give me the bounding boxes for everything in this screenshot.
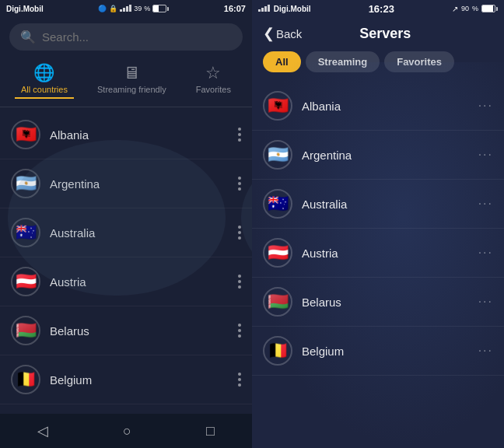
bottom-nav-left: ◁ ○ □: [0, 414, 252, 448]
tabs-left: 🌐 All countries 🖥 Streaming friendly ☆ F…: [0, 57, 252, 107]
lock-icon: 🔒: [109, 5, 117, 12]
flag-icon: 🇦🇱: [11, 120, 40, 149]
right-header: ❮ Back Servers: [252, 17, 504, 48]
list-item[interactable]: 🇦🇷 Argentina: [0, 159, 252, 208]
search-bar[interactable]: 🔍: [9, 23, 243, 51]
more-options-button[interactable]: [238, 128, 241, 142]
flag-icon: 🇧🇪: [263, 336, 292, 366]
list-item[interactable]: 🇧🇪 Belgium: [0, 355, 252, 404]
home-nav-icon[interactable]: ○: [123, 423, 131, 439]
flag-icon: 🇧🇪: [11, 365, 40, 394]
bluetooth-icon: 🔵: [98, 5, 107, 12]
monitor-icon: 🖥: [123, 65, 140, 82]
table-row[interactable]: 🇧🇪 Belgium ···: [252, 327, 504, 376]
list-item[interactable]: 🇧🇾 Belarus: [0, 306, 252, 355]
flag-icon: 🇧🇾: [263, 287, 292, 317]
right-panel: Digi.Mobil 16:23 ↗ 90 % ❮ Back Servers A…: [252, 0, 504, 448]
tab-favorites-label: Favorites: [196, 85, 231, 94]
status-icons-right: ↗ 90 %: [452, 5, 498, 13]
more-options-button[interactable]: [238, 324, 241, 338]
search-input[interactable]: [42, 30, 232, 44]
chevron-left-icon: ❮: [263, 25, 275, 42]
star-icon: ☆: [205, 65, 221, 82]
table-row[interactable]: 🇦🇷 Argentina ···: [252, 131, 504, 180]
server-country-name: Argentina: [302, 149, 469, 162]
status-icons-left: 🔵 🔒 39 %: [98, 5, 169, 13]
filter-favorites[interactable]: Favorites: [384, 51, 454, 72]
more-options-button[interactable]: ···: [478, 148, 493, 162]
table-row[interactable]: 🇦🇺 Australia ···: [252, 180, 504, 229]
battery-pct-right: 90: [461, 5, 469, 12]
battery-icon-left: [152, 5, 169, 12]
table-row[interactable]: 🇦🇹 Austria ···: [252, 229, 504, 278]
carrier-right: Digi.Mobil: [258, 5, 311, 13]
location-icon: ↗: [452, 5, 458, 13]
battery-pct-left: 39: [134, 5, 142, 12]
flag-icon: 🇦🇹: [263, 238, 292, 268]
recents-nav-icon[interactable]: □: [206, 423, 215, 439]
more-options-button[interactable]: [238, 177, 241, 191]
country-name: Australia: [50, 226, 229, 240]
flag-icon: 🇦🇱: [263, 91, 292, 121]
battery-icon-right: [481, 5, 498, 12]
list-item[interactable]: 🇦🇱 Albania: [0, 110, 252, 159]
list-item[interactable]: 🇦🇹 Austria: [0, 257, 252, 306]
more-options-button[interactable]: ···: [478, 344, 493, 358]
country-name: Austria: [50, 275, 229, 289]
table-row[interactable]: 🇧🇾 Belarus ···: [252, 278, 504, 327]
country-name: Albania: [50, 128, 229, 142]
tab-favorites-left[interactable]: ☆ Favorites: [190, 61, 237, 99]
server-list: 🇦🇱 Albania ··· 🇦🇷 Argentina ··· 🇦🇺 Austr…: [252, 82, 504, 448]
time-left: 16:07: [224, 4, 246, 13]
tab-streaming-friendly[interactable]: 🖥 Streaming friendly: [91, 61, 173, 99]
country-name: Argentina: [50, 177, 229, 191]
time-right: 16:23: [369, 3, 394, 15]
server-country-name: Belarus: [302, 296, 469, 309]
more-options-button[interactable]: ···: [478, 197, 493, 211]
server-country-name: Belgium: [302, 345, 469, 358]
filter-tabs: All Streaming Favorites: [252, 48, 504, 82]
list-item[interactable]: 🇦🇺 Australia: [0, 208, 252, 257]
filter-streaming[interactable]: Streaming: [306, 51, 380, 72]
back-label: Back: [276, 27, 302, 40]
carrier-left: Digi.Mobil: [6, 5, 44, 13]
more-options-button[interactable]: [238, 275, 241, 289]
status-bar-right: Digi.Mobil 16:23 ↗ 90 %: [252, 0, 504, 17]
globe-icon: 🌐: [33, 65, 54, 82]
left-panel: Digi.Mobil 🔵 🔒 39 % 16:07 🔍: [0, 0, 252, 448]
status-bar-left: Digi.Mobil 🔵 🔒 39 % 16:07: [0, 0, 252, 17]
filter-all[interactable]: All: [263, 51, 301, 72]
signal-left: [120, 5, 131, 13]
more-options-button[interactable]: ···: [478, 99, 493, 113]
more-options-button[interactable]: ···: [478, 246, 493, 260]
country-list: 🇦🇱 Albania 🇦🇷 Argentina 🇦🇺 Australia 🇦🇹 …: [0, 107, 252, 414]
flag-icon: 🇦🇺: [11, 218, 40, 247]
more-options-button[interactable]: [238, 226, 241, 240]
table-row[interactable]: 🇦🇱 Albania ···: [252, 82, 504, 131]
country-name: Belgium: [50, 373, 229, 387]
more-options-button[interactable]: ···: [478, 295, 493, 309]
back-button[interactable]: ❮ Back: [263, 25, 302, 42]
search-icon: 🔍: [20, 30, 36, 44]
flag-icon: 🇦🇷: [11, 169, 40, 198]
tab-all-countries-label: All countries: [21, 85, 68, 94]
server-country-name: Albania: [302, 100, 469, 113]
flag-icon: 🇦🇺: [263, 189, 292, 219]
tab-streaming-label: Streaming friendly: [97, 85, 166, 94]
tab-all-countries[interactable]: 🌐 All countries: [15, 61, 74, 99]
flag-icon: 🇦🇹: [11, 267, 40, 296]
servers-title: Servers: [308, 26, 493, 42]
server-country-name: Austria: [302, 247, 469, 260]
flag-icon: 🇧🇾: [11, 316, 40, 345]
flag-icon: 🇦🇷: [263, 140, 292, 170]
server-country-name: Australia: [302, 198, 469, 211]
more-options-button[interactable]: [238, 373, 241, 387]
country-name: Belarus: [50, 324, 229, 338]
back-nav-icon[interactable]: ◁: [37, 422, 48, 439]
